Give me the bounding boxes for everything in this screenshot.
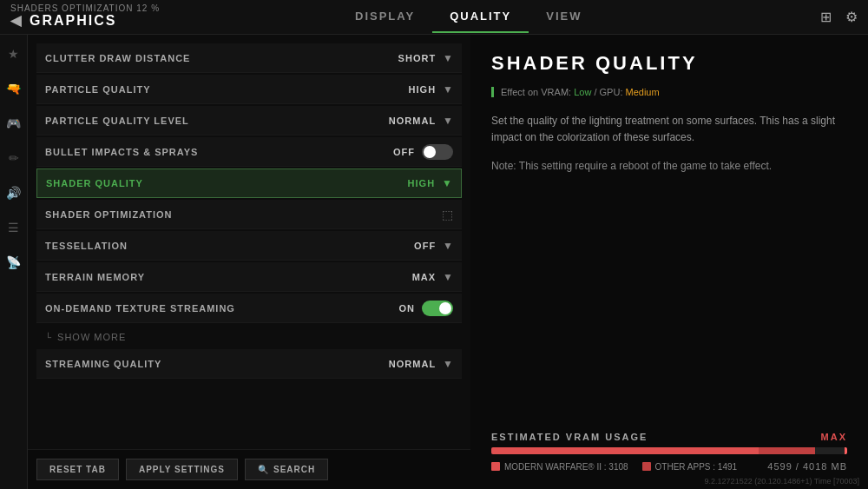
page-title: GRAPHICS xyxy=(30,13,116,29)
detail-note: Note: This setting require a reboot of t… xyxy=(491,160,847,172)
apply-settings-button[interactable]: APPLY SETTINGS xyxy=(126,459,238,480)
setting-row-shader-quality[interactable]: SHADER QUALITY HIGH ▼ xyxy=(36,169,462,198)
texture-streaming-label: ON-DEMAND TEXTURE STREAMING xyxy=(45,303,399,314)
vram-bar-mw xyxy=(491,447,759,454)
sidebar-icon-gamepad[interactable]: 🎮 xyxy=(3,113,24,134)
settings-panel: CLUTTER DRAW DISTANCE SHORT ▼ PARTICLE Q… xyxy=(28,35,470,489)
vram-max-indicator xyxy=(845,447,847,454)
texture-streaming-toggle[interactable] xyxy=(422,301,453,316)
search-icon: 🔍 xyxy=(258,465,269,474)
effect-vram-value: Low xyxy=(574,87,591,97)
detail-panel: SHADER QUALITY Effect on VRAM: Low / GPU… xyxy=(470,35,868,489)
effect-line: Effect on VRAM: Low / GPU: Medium xyxy=(491,87,847,97)
chevron-down-icon: ▼ xyxy=(443,83,453,96)
tessellation-label: TESSELLATION xyxy=(45,241,414,251)
tessellation-value: OFF xyxy=(414,241,436,251)
clutter-draw-distance-value: SHORT xyxy=(398,53,437,63)
shader-quality-value: HIGH xyxy=(408,178,436,188)
sidebar-icon-edit[interactable]: ✏ xyxy=(3,148,24,169)
sidebar-icon-network[interactable]: 📡 xyxy=(3,252,24,273)
settings-list: CLUTTER DRAW DISTANCE SHORT ▼ PARTICLE Q… xyxy=(28,43,470,449)
vram-title: ESTIMATED VRAM USAGE xyxy=(491,432,648,442)
bottom-bar: RESET TAB APPLY SETTINGS 🔍 SEARCH xyxy=(28,449,470,489)
vram-legend-mw: MODERN WARFARE® II : 3108 xyxy=(491,462,628,472)
vram-legend: MODERN WARFARE® II : 3108 OTHER APPS : 1… xyxy=(491,461,847,472)
back-button[interactable]: ◀ xyxy=(10,12,21,29)
sidebar: ★ 🔫 🎮 ✏ 🔊 ☰ 📡 xyxy=(0,35,28,489)
particle-quality-level-value: NORMAL xyxy=(389,116,436,126)
setting-row-clutter-draw-distance[interactable]: CLUTTER DRAW DISTANCE SHORT ▼ xyxy=(36,43,462,73)
mw-legend-label: MODERN WARFARE® II : 3108 xyxy=(504,462,628,472)
chevron-down-icon: ▼ xyxy=(443,358,453,370)
vram-total: 4599 / 4018 MB xyxy=(767,461,847,472)
vram-legend-other: OTHER APPS : 1491 xyxy=(642,462,738,472)
show-more-arrow-icon: └ xyxy=(45,333,52,342)
streaming-quality-value: NORMAL xyxy=(389,359,436,369)
sidebar-icon-audio[interactable]: 🔊 xyxy=(3,182,24,203)
reset-tab-button[interactable]: RESET TAB xyxy=(36,459,119,480)
sidebar-icon-list[interactable]: ☰ xyxy=(3,217,24,238)
clutter-draw-distance-label: CLUTTER DRAW DISTANCE xyxy=(45,53,398,63)
setting-row-terrain-memory[interactable]: TERRAIN MEMORY MAX ▼ xyxy=(36,262,462,292)
particle-quality-value: HIGH xyxy=(409,84,437,95)
effect-vram-label: Effect on VRAM: xyxy=(501,87,571,97)
setting-row-tessellation[interactable]: TESSELLATION OFF ▼ xyxy=(36,231,462,261)
chevron-down-icon: ▼ xyxy=(443,115,453,127)
bullet-impacts-toggle[interactable] xyxy=(422,144,453,160)
vram-section: ESTIMATED VRAM USAGE MAX MODERN WARFARE®… xyxy=(491,432,847,472)
terrain-memory-label: TERRAIN MEMORY xyxy=(45,272,412,282)
other-legend-label: OTHER APPS : 1491 xyxy=(655,462,738,472)
setting-row-texture-streaming[interactable]: ON-DEMAND TEXTURE STREAMING ON xyxy=(36,294,462,323)
search-label: SEARCH xyxy=(273,465,315,474)
setting-row-shader-optimization[interactable]: SHADER OPTIMIZATION ⬚ xyxy=(36,200,462,229)
effect-gpu-value: Medium xyxy=(626,87,660,97)
nav-tabs: DISPLAY QUALITY VIEW xyxy=(338,1,599,33)
sidebar-icon-star[interactable]: ★ xyxy=(3,43,24,64)
vram-bar-other xyxy=(759,447,816,454)
texture-streaming-value: ON xyxy=(399,303,416,314)
version-info: 9.2.12721522 (20.120.1486+1) Time [70003… xyxy=(705,477,859,486)
shader-optimization-icon: ⬚ xyxy=(442,208,453,221)
mw-legend-dot xyxy=(491,462,500,471)
detail-title: SHADER QUALITY xyxy=(491,52,847,75)
show-more-label: SHOW MORE xyxy=(57,332,126,342)
particle-quality-level-label: PARTICLE QUALITY LEVEL xyxy=(45,116,389,126)
settings-icon[interactable]: ⚙ xyxy=(845,9,858,25)
search-button[interactable]: 🔍 SEARCH xyxy=(245,459,328,480)
bullet-impacts-value: OFF xyxy=(393,147,415,157)
other-legend-dot xyxy=(642,462,651,471)
chevron-down-icon: ▼ xyxy=(442,177,452,189)
terrain-memory-value: MAX xyxy=(412,272,436,282)
particle-quality-label: PARTICLE QUALITY xyxy=(45,84,409,95)
shader-optimization-label: SHADER OPTIMIZATION xyxy=(45,209,442,220)
tab-view[interactable]: VIEW xyxy=(529,1,599,33)
shader-quality-label: SHADER QUALITY xyxy=(46,178,408,188)
bullet-impacts-label: BULLET IMPACTS & SPRAYS xyxy=(45,147,393,157)
grid-icon[interactable]: ⊞ xyxy=(820,9,832,25)
setting-row-bullet-impacts[interactable]: BULLET IMPACTS & SPRAYS OFF xyxy=(36,137,462,167)
chevron-down-icon: ▼ xyxy=(443,240,453,252)
shaders-optimization-label: SHADERS OPTIMIZATION 12 % xyxy=(10,3,160,13)
show-more-row[interactable]: └ SHOW MORE xyxy=(36,325,462,349)
setting-row-particle-quality[interactable]: PARTICLE QUALITY HIGH ▼ xyxy=(36,75,462,104)
tab-quality[interactable]: QUALITY xyxy=(432,1,529,33)
effect-gpu-label: / GPU: xyxy=(594,87,622,97)
setting-row-streaming-quality[interactable]: STREAMING QUALITY NORMAL ▼ xyxy=(36,349,462,379)
streaming-quality-label: STREAMING QUALITY xyxy=(45,359,389,369)
vram-bar xyxy=(491,447,847,454)
detail-description: Set the quality of the lighting treatmen… xyxy=(491,113,847,146)
sidebar-icon-gun[interactable]: 🔫 xyxy=(3,78,24,99)
chevron-down-icon: ▼ xyxy=(443,52,453,64)
vram-max-label: MAX xyxy=(821,432,847,442)
chevron-down-icon: ▼ xyxy=(443,271,453,283)
setting-row-particle-quality-level[interactable]: PARTICLE QUALITY LEVEL NORMAL ▼ xyxy=(36,106,462,135)
tab-display[interactable]: DISPLAY xyxy=(338,1,432,33)
